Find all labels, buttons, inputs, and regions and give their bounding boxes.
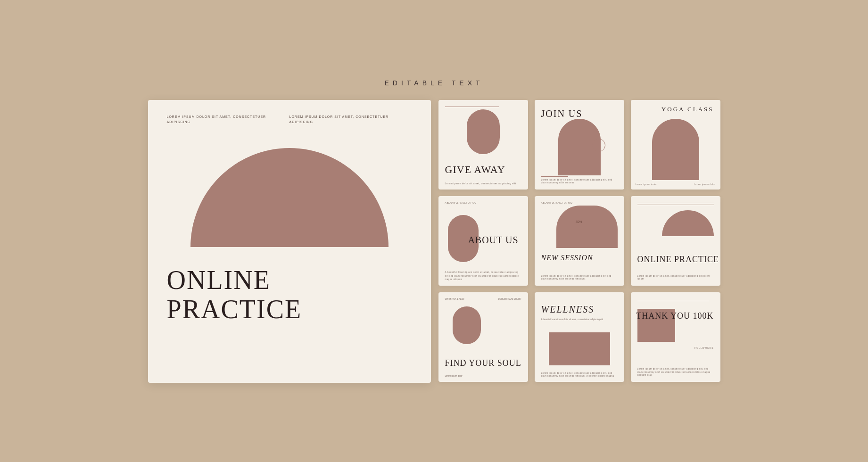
- giveaway-oval: [467, 109, 500, 154]
- onlinepractice-small-text: Lorem ipsum dolor sit amet, consectetuer…: [637, 275, 714, 281]
- newsession-small-text: Lorem ipsum dolor sit amet, consectetuer…: [541, 275, 618, 281]
- top-line-1: [637, 203, 714, 203]
- large-card: LOREM IPSUM DOLOR SIT AMET, CONSECTETUER…: [148, 100, 431, 383]
- card-newsession: A BEAUTIFUL PLACE FOR YOU 70% NEW SESSIO…: [535, 196, 624, 286]
- giveaway-top-line: [445, 107, 499, 107]
- top-left-text: LOREM IPSUM DOLOR SIT AMET, CONSECTETUER…: [167, 114, 289, 124]
- aboutus-top-text: A BEAUTIFUL PLACE FOR YOU: [445, 202, 476, 204]
- card-yoga: YOGA CLASS Lorem ipsum dolor Lorem ipsum…: [631, 100, 720, 190]
- small-card-grid: GIVE AWAY Lorem ipsum dolor sit amet, co…: [438, 100, 720, 382]
- giveaway-title: GIVE AWAY: [445, 164, 505, 175]
- findsoulsub-top-text: CHRISTINA & ALAN LOREM IPSUM DOLOR: [445, 298, 521, 300]
- card-wellness: WELLNESS A beautiful lorem ipsum dolor s…: [535, 292, 624, 382]
- newsession-top-text: A BEAUTIFUL PLACE FOR YOU: [541, 202, 572, 204]
- onlinepractice-title: ONLINE PRACTICE: [637, 255, 719, 264]
- joinus-small-text: Lorem ipsum dolor sit amet, consectetuer…: [541, 179, 618, 185]
- newsession-title: NEW SESSION: [541, 253, 593, 262]
- findsoulsub-title: FIND YOUR SOUL: [445, 358, 521, 369]
- onlinepractice-semicircle: [662, 210, 714, 236]
- giveaway-small-text: Lorem ipsum dolor sit amet, consectetuer…: [445, 182, 516, 185]
- thankyou-small-text: Lorem ipsum dolor sit amet, consectetuer…: [637, 368, 714, 377]
- wellness-rect: [549, 332, 610, 365]
- large-semicircle-shape: [190, 148, 389, 247]
- wellness-small-text: Lorem ipsum dolor sit amet, consectetuer…: [541, 372, 618, 379]
- yoga-small-text-right: Lorem ipsum dolor: [694, 183, 716, 186]
- yoga-small-text: Lorem ipsum dolor Lorem ipsum dolor: [636, 183, 716, 186]
- wellness-title: WELLNESS: [541, 304, 595, 315]
- yoga-arch: [652, 119, 699, 180]
- card-findsoulsub: CHRISTINA & ALAN LOREM IPSUM DOLOR FIND …: [438, 292, 528, 382]
- wellness-subtitle: A beautiful lorem ipsum dolor sit amet, …: [541, 318, 618, 322]
- thankyou-title: THANK YOU 100K: [636, 311, 713, 322]
- top-right-text: LOREM IPSUM DOLOR SIT AMET, CONSECTETUER…: [289, 114, 412, 124]
- joinus-circle: [592, 139, 605, 152]
- main-layout: LOREM IPSUM DOLOR SIT AMET, CONSECTETUER…: [148, 100, 720, 383]
- card-onlinepractice: ONLINE PRACTICE Lorem ipsum dolor sit am…: [631, 196, 720, 286]
- findsoulsub-top-right: LOREM IPSUM DOLOR: [498, 298, 521, 300]
- top-line-2: [637, 205, 714, 205]
- page-title: EDITABLE TEXT: [384, 79, 483, 87]
- aboutus-small-text: A beautiful lorem ipsum dolor sit amet, …: [445, 271, 521, 281]
- joinus-bottom-line: [541, 176, 568, 177]
- thankyou-followers: FOLLOWERS: [694, 346, 713, 349]
- yoga-title: YOGA CLASS: [661, 106, 714, 113]
- thankyou-top-line: [637, 301, 709, 301]
- large-card-title: ONLINE PRACTICE: [167, 266, 412, 324]
- card-giveaway: GIVE AWAY Lorem ipsum dolor sit amet, co…: [438, 100, 528, 190]
- aboutus-title: ABOUT US: [468, 235, 518, 245]
- findsoulsub-circle: [460, 330, 471, 341]
- card-joinus: JOIN US Lorem ipsum dolor sit amet, cons…: [535, 100, 624, 190]
- onlinepractice-top-lines: [637, 203, 714, 206]
- card-aboutus: A BEAUTIFUL PLACE FOR YOU ABOUT US A bea…: [438, 196, 528, 286]
- newsession-shape: [556, 206, 618, 248]
- yoga-small-text-left: Lorem ipsum dolor: [636, 183, 657, 186]
- large-card-header: LOREM IPSUM DOLOR SIT AMET, CONSECTETUER…: [167, 114, 412, 124]
- card-thankyou: THANK YOU 100K FOLLOWERS Lorem ipsum dol…: [631, 292, 720, 382]
- joinus-title: JOIN US: [541, 108, 583, 119]
- newsession-badge: 70%: [571, 214, 587, 229]
- findsoulsub-top-left: CHRISTINA & ALAN: [445, 298, 464, 300]
- findsoulsub-small-text: Lorem ipsum dolor: [445, 375, 463, 377]
